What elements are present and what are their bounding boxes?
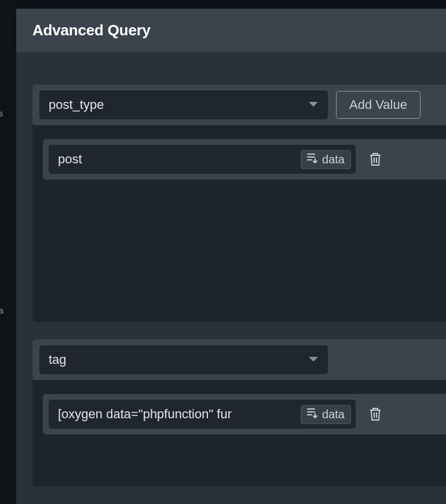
insert-data-button[interactable]: data <box>301 405 351 424</box>
add-value-button[interactable]: Add Value <box>336 91 421 119</box>
delete-value-button[interactable] <box>366 149 385 169</box>
param-select[interactable]: tag <box>39 345 328 374</box>
bg-text-frag: a <box>0 306 3 315</box>
data-insert-icon <box>307 153 319 166</box>
data-pill-label: data <box>322 408 345 421</box>
value-input[interactable] <box>58 152 295 167</box>
query-block: tag <box>32 339 446 487</box>
background-sidebar-sliver: s a <box>0 0 16 504</box>
value-input[interactable] <box>58 407 295 422</box>
delete-value-button[interactable] <box>366 404 385 424</box>
data-insert-icon <box>307 408 319 421</box>
query-values: data <box>32 125 446 322</box>
chevron-down-icon <box>308 101 319 108</box>
trash-icon <box>368 407 382 422</box>
value-row: data <box>43 139 446 180</box>
query-head: post_type Add Value <box>32 85 446 125</box>
modal-title: Advanced Query <box>32 21 430 39</box>
query-block: post_type Add Value <box>32 85 446 322</box>
value-input-wrap: data <box>49 400 356 429</box>
param-select[interactable]: post_type <box>39 90 328 119</box>
advanced-query-modal: Advanced Query post_type Add Value <box>16 9 446 504</box>
insert-data-button[interactable]: data <box>301 150 351 169</box>
param-select-value: tag <box>49 352 67 367</box>
modal-body: post_type Add Value <box>16 52 446 504</box>
trash-icon <box>368 152 382 167</box>
query-head: tag <box>32 339 446 380</box>
param-select-value: post_type <box>49 97 104 112</box>
value-row: data <box>43 394 446 434</box>
chevron-down-icon <box>308 356 319 363</box>
modal-header: Advanced Query <box>16 9 446 52</box>
data-pill-label: data <box>322 153 345 166</box>
query-values: data <box>32 380 446 487</box>
value-input-wrap: data <box>49 145 356 174</box>
bg-text-frag: s <box>0 109 3 118</box>
